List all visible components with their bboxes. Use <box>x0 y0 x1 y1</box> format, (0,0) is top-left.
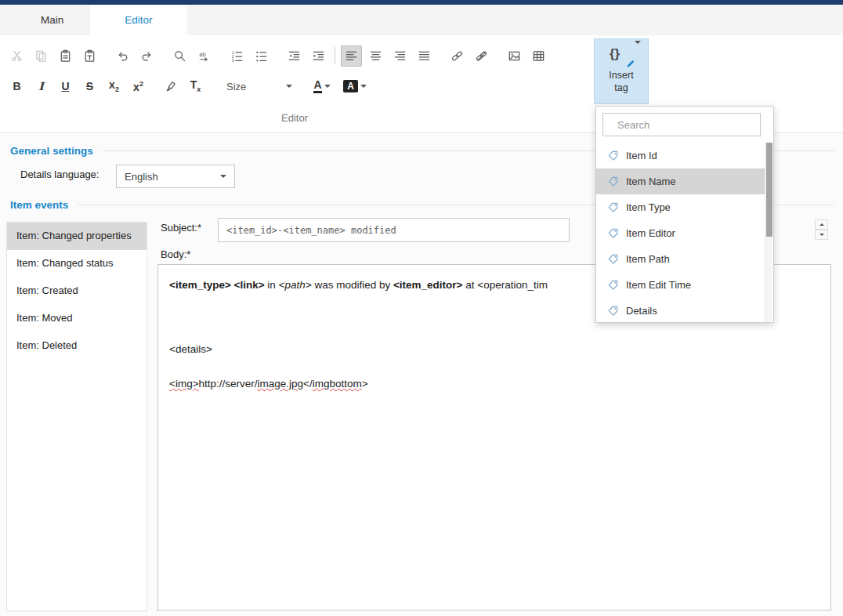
bg-color-button[interactable]: A <box>340 76 370 97</box>
spinner <box>815 219 828 240</box>
tag-menu-item[interactable]: Item Name <box>596 168 765 194</box>
ribbon-group-label: Editor <box>0 112 589 124</box>
tag-icon <box>607 176 619 187</box>
body-text-segment: in <box>265 279 279 291</box>
tab-main[interactable]: Main <box>14 5 90 35</box>
toolbar-row-2: BIUSx2x2Tx Size AA <box>6 74 373 98</box>
tag-icon <box>607 305 619 317</box>
underline-icon: U <box>61 81 69 92</box>
tag-menu-item-label: Item Path <box>626 253 670 265</box>
align-right-button[interactable] <box>389 45 411 67</box>
event-list-item[interactable]: Item: Deleted <box>7 332 147 360</box>
superscript-button[interactable]: x2 <box>128 76 149 97</box>
align-center-icon <box>369 49 382 63</box>
replace-button[interactable]: ab <box>194 45 215 67</box>
image-icon <box>508 49 521 63</box>
indent-icon <box>312 49 325 63</box>
body-text-segment: at <operation_tim <box>463 279 548 291</box>
body-label: Body:* <box>161 248 190 260</box>
subject-input[interactable] <box>218 218 570 242</box>
unlink-button[interactable] <box>471 45 492 67</box>
insert-tag-icon: {} <box>608 46 635 68</box>
strikethrough-button[interactable]: S <box>79 76 100 97</box>
outdent-icon <box>288 49 301 63</box>
triangle-up-icon <box>819 221 824 226</box>
insert-tag-menu: Item IdItem NameItem TypeItem EditorItem… <box>595 106 774 323</box>
tag-menu-item[interactable]: Item Id <box>596 143 765 168</box>
insert-tag-button[interactable]: {} Insert tag <box>594 38 649 104</box>
tag-menu-item-label: Item Type <box>626 201 671 213</box>
align-right-icon <box>393 49 407 63</box>
redo-button[interactable] <box>136 45 157 67</box>
bullet-list-button[interactable] <box>251 45 272 67</box>
align-center-button[interactable] <box>365 45 386 67</box>
text-color-button[interactable]: A <box>307 76 337 97</box>
align-left-icon <box>345 49 358 63</box>
cut-button <box>6 45 27 67</box>
spinner-down-button[interactable] <box>815 230 828 240</box>
svg-text:3: 3 <box>232 58 234 63</box>
tag-menu-item[interactable]: Details <box>596 298 765 324</box>
item-events-list: Item: Changed propertiesItem: Changed st… <box>6 222 147 611</box>
paste-button[interactable] <box>55 45 76 67</box>
align-left-button[interactable] <box>341 45 362 67</box>
font-size-select[interactable]: Size <box>220 76 298 96</box>
numbered-list-icon: 123 <box>230 49 244 63</box>
event-list-item[interactable]: Item: Moved <box>7 305 147 332</box>
text-color-icon: A <box>313 79 321 93</box>
search-icon <box>173 49 186 63</box>
scrollbar-thumb[interactable] <box>766 143 772 237</box>
tag-menu-item[interactable]: Item Type <box>596 194 765 220</box>
tag-icon <box>607 150 619 161</box>
spinner-up-button[interactable] <box>815 219 828 230</box>
tab-editor[interactable]: Editor <box>90 5 186 35</box>
general-settings-title: General settings <box>10 145 93 157</box>
chevron-down-icon <box>286 85 292 91</box>
event-list-item[interactable]: Item: Changed properties <box>7 223 147 250</box>
format-brush-button[interactable] <box>161 76 182 97</box>
tag-menu-item[interactable]: Item Editor <box>596 220 765 246</box>
table-icon <box>532 49 545 63</box>
body-text-segment: <item_editor> <box>393 279 463 291</box>
italic-button[interactable]: I <box>31 76 52 97</box>
body-text-segment: </ <box>303 378 313 390</box>
tag-menu-item-label: Details <box>626 305 657 317</box>
details-language-select[interactable]: English <box>116 165 235 188</box>
tab-label: Editor <box>125 14 152 26</box>
search-button[interactable] <box>169 45 190 67</box>
event-list-item[interactable]: Item: Changed status <box>7 250 147 277</box>
bold-button[interactable]: B <box>6 76 27 97</box>
align-justify-icon <box>418 49 431 63</box>
details-language-value: English <box>125 171 158 183</box>
body-text-segment: http://server/ <box>199 378 258 390</box>
remove-format-icon: Tx <box>190 79 201 93</box>
table-button[interactable] <box>528 45 549 67</box>
outdent-button[interactable] <box>284 45 305 67</box>
body-text-segment: <img> <box>169 378 199 390</box>
subscript-icon: x2 <box>109 79 119 93</box>
scrollbar[interactable] <box>765 143 772 321</box>
tag-menu-item[interactable]: Item Edit Time <box>596 272 765 298</box>
undo-button[interactable] <box>112 45 133 67</box>
indent-button[interactable] <box>308 45 329 67</box>
body-text-segment: > <box>362 378 368 390</box>
numbered-list-button[interactable]: 123 <box>226 45 248 67</box>
toolbar-divider <box>335 47 335 64</box>
undo-icon <box>116 49 129 63</box>
tab-label: Main <box>41 14 63 26</box>
event-list-item[interactable]: Item: Created <box>7 277 147 305</box>
body-text-segment: imgbottom <box>313 378 362 390</box>
remove-format-button[interactable]: Tx <box>185 76 206 97</box>
pencil-icon <box>625 58 636 69</box>
align-justify-button[interactable] <box>414 45 435 67</box>
insert-tag-label: Insert tag <box>603 70 639 94</box>
link-button[interactable] <box>447 45 468 67</box>
strikethrough-icon: S <box>86 81 93 92</box>
svg-text:ab: ab <box>199 50 205 57</box>
underline-button[interactable]: U <box>55 76 76 97</box>
paste-text-button[interactable] <box>79 45 100 67</box>
subscript-button[interactable]: x2 <box>103 76 125 97</box>
tag-search-input[interactable] <box>616 118 757 132</box>
tag-menu-item[interactable]: Item Path <box>596 246 765 272</box>
image-button[interactable] <box>504 45 525 67</box>
